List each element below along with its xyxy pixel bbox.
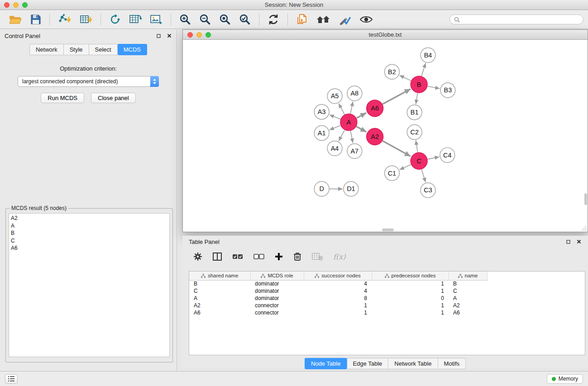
edge-C-C1[interactable]	[400, 165, 411, 170]
edge-A2-C[interactable]	[382, 141, 411, 156]
zoom-in-button[interactable]	[177, 13, 193, 26]
edge-B-B2[interactable]	[400, 75, 411, 81]
tab-select[interactable]: Select	[89, 44, 118, 55]
node-A1[interactable]: A1	[314, 126, 329, 141]
resize-grip-icon[interactable]	[581, 225, 587, 231]
delete-table-button[interactable]	[312, 252, 323, 261]
export-image-button[interactable]	[148, 13, 165, 26]
memory-button[interactable]: Memory	[547, 374, 583, 384]
toggle-columns-button[interactable]	[213, 253, 222, 261]
column-header-mcds-role[interactable]: MCDS role	[250, 272, 304, 280]
node-D1[interactable]: D1	[344, 181, 359, 196]
select-all-button[interactable]	[232, 253, 243, 260]
result-item-c[interactable]: C	[11, 237, 167, 245]
zoom-fit-button[interactable]	[217, 13, 233, 26]
column-header-name[interactable]: name	[449, 272, 487, 280]
node-A5[interactable]: A5	[327, 89, 342, 104]
optimization-dropdown[interactable]: largest connected component (directed)	[18, 76, 159, 87]
table-row-b[interactable]: Bdominator41B	[189, 280, 487, 287]
search-box[interactable]	[449, 14, 583, 24]
node-B3[interactable]: B3	[440, 83, 455, 98]
table-panel-float-button[interactable]	[566, 239, 571, 244]
import-table-file-button[interactable]	[77, 13, 95, 26]
node-A8[interactable]: A8	[347, 86, 362, 101]
result-item-a6[interactable]: A6	[11, 244, 167, 252]
search-input[interactable]	[462, 16, 579, 23]
apply-function-button[interactable]: f(x)	[333, 253, 345, 261]
node-C4[interactable]: C4	[440, 148, 455, 162]
reload-network-button[interactable]	[107, 13, 123, 26]
node-B2[interactable]: B2	[385, 64, 400, 79]
edge-A-A8[interactable]	[350, 101, 353, 114]
tab-edge-table[interactable]: Edge Table	[347, 358, 388, 369]
tab-style[interactable]: Style	[64, 44, 89, 55]
node-table[interactable]: shared nameMCDS rolesuccessor nodesprede…	[189, 271, 585, 355]
edge-B-B3[interactable]	[428, 86, 440, 88]
node-A4[interactable]: A4	[327, 141, 342, 156]
column-header-shared-name[interactable]: shared name	[189, 272, 250, 280]
edge-A-A1[interactable]	[330, 125, 341, 130]
duplicate-network-button[interactable]	[294, 13, 310, 26]
horizontal-scroll-thumb[interactable]	[382, 229, 394, 231]
node-C3[interactable]: C3	[421, 183, 435, 198]
node-C[interactable]: C	[411, 152, 427, 169]
node-B4[interactable]: B4	[421, 48, 435, 62]
edge-A-A7[interactable]	[350, 131, 353, 143]
run-mcds-button[interactable]: Run MCDS	[41, 93, 84, 103]
column-header-predecessor-nodes[interactable]: predecessor nodes	[372, 272, 449, 280]
network-zoom-button[interactable]	[206, 32, 211, 38]
go-home-button[interactable]	[314, 13, 333, 26]
show-hide-graphics-button[interactable]	[357, 14, 375, 25]
node-B[interactable]: B	[411, 76, 427, 93]
edge-A-A6[interactable]	[357, 113, 367, 118]
result-item-a2[interactable]: A2	[11, 214, 167, 222]
zoom-selected-button[interactable]	[237, 13, 253, 26]
edge-B-B4[interactable]	[421, 63, 425, 76]
open-session-button[interactable]	[6, 13, 24, 26]
table-row-a2[interactable]: A2connector11A2	[189, 302, 487, 309]
network-close-button[interactable]	[187, 32, 193, 38]
vertical-scroll-thumb[interactable]	[584, 193, 587, 205]
result-item-b[interactable]: B	[11, 229, 167, 237]
window-minimize-button[interactable]	[13, 2, 19, 8]
edge-C-C2[interactable]	[416, 140, 418, 152]
control-panel-close-button[interactable]	[167, 33, 172, 38]
table-row-c[interactable]: Cdominator41C	[189, 287, 487, 295]
network-minimize-button[interactable]	[196, 32, 202, 38]
window-close-button[interactable]	[4, 2, 10, 8]
node-A[interactable]: A	[340, 114, 357, 131]
edge-A-A4[interactable]	[339, 130, 344, 141]
node-A7[interactable]: A7	[347, 143, 362, 158]
node-A3[interactable]: A3	[314, 105, 329, 119]
save-session-button[interactable]	[28, 13, 43, 26]
table-row-a[interactable]: Adominator80A	[189, 295, 487, 302]
edge-C-C4[interactable]	[428, 157, 440, 159]
delete-columns-button[interactable]	[293, 252, 301, 261]
edge-C-C3[interactable]	[421, 169, 425, 182]
node-C1[interactable]: C1	[385, 166, 400, 181]
edge-B-B1[interactable]	[416, 93, 418, 104]
table-settings-button[interactable]	[193, 252, 202, 261]
control-panel-float-button[interactable]	[156, 33, 161, 38]
tab-network-table[interactable]: Network Table	[388, 358, 438, 369]
tab-network[interactable]: Network	[29, 44, 64, 55]
mcds-result-list[interactable]: A2ABCA6	[9, 213, 170, 357]
column-header-successor-nodes[interactable]: successor nodes	[304, 272, 372, 280]
edge-A-A5[interactable]	[339, 104, 344, 114]
task-history-button[interactable]	[5, 374, 18, 384]
window-zoom-button[interactable]	[22, 2, 28, 8]
apply-style-button[interactable]	[336, 13, 354, 26]
edge-A-A2[interactable]	[356, 126, 366, 132]
import-network-file-button[interactable]	[56, 13, 74, 26]
tab-node-table[interactable]: Node Table	[305, 358, 347, 369]
edge-A-A3[interactable]	[330, 115, 340, 119]
refresh-view-button[interactable]	[265, 13, 282, 26]
zoom-out-button[interactable]	[197, 13, 213, 26]
import-table-db-button[interactable]	[127, 13, 144, 26]
edge-A6-B[interactable]	[382, 89, 411, 104]
table-row-a6[interactable]: A6connector11A6	[189, 309, 487, 316]
result-item-a[interactable]: A	[11, 222, 167, 230]
close-mcds-panel-button[interactable]: Close panel	[91, 93, 136, 103]
create-column-button[interactable]	[275, 253, 283, 261]
node-A6[interactable]: A6	[367, 100, 383, 117]
